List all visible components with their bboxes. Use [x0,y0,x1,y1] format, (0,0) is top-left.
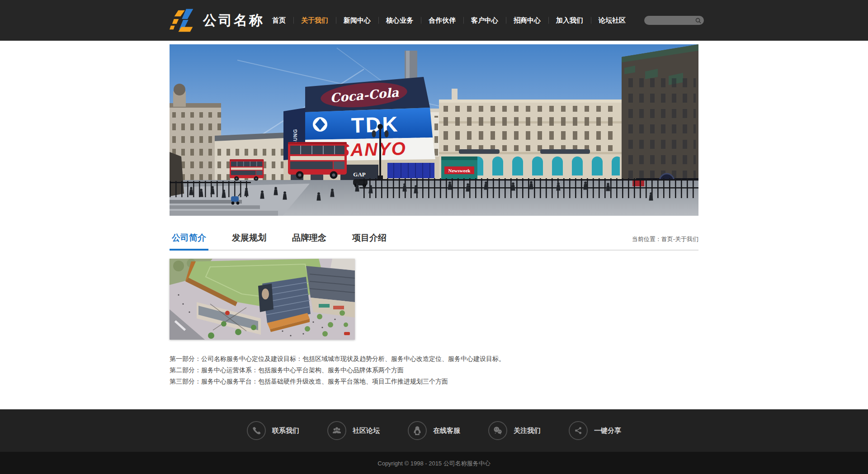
svg-text:SANYO: SANYO [337,138,406,160]
footer-item-share[interactable]: 一键分享 [569,421,621,440]
main-nav: 首页 关于我们 新闻中心 核心业务 合作伙伴 客户中心 招商中心 加入我们 论坛… [264,14,633,27]
footer-item-follow[interactable]: 关注我们 [488,421,541,440]
hero-banner: GAP SAMSUNG Coca-Cola TDK SANYO [170,44,698,216]
wechat-icon [488,421,507,440]
footer-item-label: 联系我们 [272,427,299,435]
copyright-bar: Copyright © 1998 - 2015 公司名称服务中心 [0,452,868,474]
nav-item-join[interactable]: 加入我们 [548,14,591,27]
tab-project-intro[interactable]: 项目介绍 [350,228,389,251]
tab-brand-concept[interactable]: 品牌理念 [290,228,329,251]
phone-icon [247,421,266,440]
article-text: 第一部分：公司名称服务中心定位及建设目标：包括区域城市现状及趋势分析、服务中心改… [170,353,698,387]
search-icon[interactable] [695,18,701,24]
nav-item-business[interactable]: 核心业务 [378,14,421,27]
nav-item-news[interactable]: 新闻中心 [336,14,378,27]
search-box[interactable] [644,16,704,25]
article-image [170,259,355,340]
people-icon [327,421,346,440]
svg-text:GAP: GAP [353,171,366,178]
logo[interactable]: 公司名称 [170,8,264,33]
footer-item-label: 在线客服 [433,427,460,435]
tab-bar: 公司简介 发展规划 品牌理念 项目介绍 当前位置：首页-关于我们 [170,228,698,251]
copyright-text: Copyright © 1998 - 2015 公司名称服务中心 [377,460,490,468]
main-content: GAP SAMSUNG Coca-Cola TDK SANYO [170,44,698,387]
tab-company-profile[interactable]: 公司简介 [170,228,208,251]
nav-item-about[interactable]: 关于我们 [293,14,336,27]
article-image-graphic [170,259,355,340]
hero-photo: GAP SAMSUNG Coca-Cola TDK SANYO [170,44,698,216]
logo-text: 公司名称 [203,11,264,30]
nav-item-customers[interactable]: 客户中心 [463,14,506,27]
paragraph-3: 第三部分：服务中心服务平台：包括基础硬件升级改造、服务平台落地、项目工作推进规划… [170,376,698,387]
footer-item-forum[interactable]: 社区论坛 [327,421,380,440]
breadcrumb: 当前位置：首页-关于我们 [632,235,698,250]
nav-item-partners[interactable]: 合作伙伴 [421,14,463,27]
tabs: 公司简介 发展规划 品牌理念 项目介绍 [170,228,389,250]
qq-icon [408,421,427,440]
footer-item-service[interactable]: 在线客服 [408,421,460,440]
paragraph-1: 第一部分：公司名称服务中心定位及建设目标：包括区域城市现状及趋势分析、服务中心改… [170,353,698,365]
logo-icon [170,8,198,33]
search-input[interactable] [649,17,695,24]
site-header: 公司名称 首页 关于我们 新闻中心 核心业务 合作伙伴 客户中心 招商中心 加入… [0,0,868,41]
nav-item-investment[interactable]: 招商中心 [506,14,548,27]
paragraph-2: 第二部分：服务中心运营体系：包括服务中心平台架构、服务中心品牌体系两个方面 [170,365,698,376]
footer-item-label: 社区论坛 [353,427,380,435]
breadcrumb-label: 当前位置： [632,236,661,242]
svg-text:Newsweek: Newsweek [448,168,471,173]
share-icon [569,421,588,440]
site-footer: 联系我们 社区论坛 [0,409,868,474]
footer-item-label: 一键分享 [594,427,621,435]
nav-item-forum[interactable]: 论坛社区 [591,14,633,27]
footer-item-contact[interactable]: 联系我们 [247,421,299,440]
tab-development-plan[interactable]: 发展规划 [230,228,269,251]
footer-item-label: 关注我们 [514,427,541,435]
breadcrumb-path[interactable]: 首页-关于我们 [661,236,698,242]
nav-item-home[interactable]: 首页 [264,14,293,27]
